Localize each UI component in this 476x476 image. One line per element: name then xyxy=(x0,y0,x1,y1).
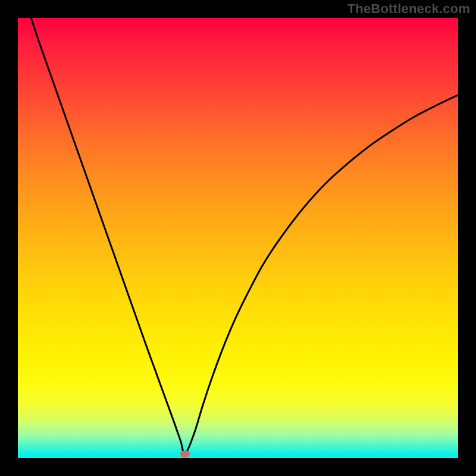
watermark-text: TheBottleneck.com xyxy=(347,1,470,17)
minimum-marker xyxy=(180,450,190,457)
plot-area xyxy=(18,18,458,458)
chart-frame: TheBottleneck.com xyxy=(0,0,476,476)
